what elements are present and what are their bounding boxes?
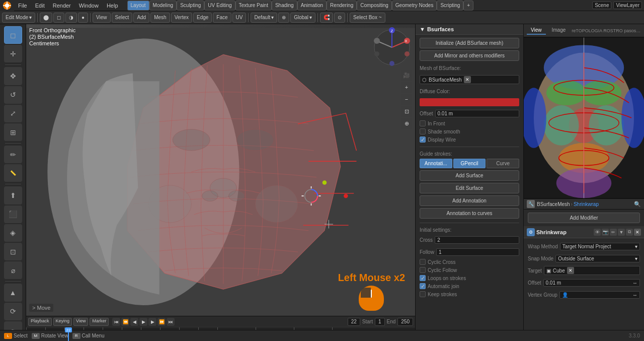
tool-cursor[interactable]: ✛ [4, 45, 22, 62]
target-clear-btn[interactable]: ✕ [567, 267, 574, 274]
add-surface-btn[interactable]: Add Surface [420, 170, 519, 181]
snap-btn[interactable]: 🧲 [320, 13, 333, 23]
add-mirror-btn[interactable]: Add Mirror and others modifiers [420, 50, 519, 61]
select-box-btn[interactable]: Select Box ~ [350, 13, 385, 23]
viewport-shading-wire[interactable]: ◻ [53, 13, 64, 23]
view-btn[interactable]: View [93, 13, 111, 23]
tool-inset[interactable]: ⬛ [4, 206, 22, 223]
keep-strokes-checkbox[interactable] [420, 291, 426, 297]
tool-transform[interactable]: ⊞ [4, 123, 22, 141]
prev-keyframe-btn[interactable]: ◀ [130, 318, 138, 326]
gpencil-btn[interactable]: GPencil [453, 159, 486, 168]
annotati-btn[interactable]: Annotati... [420, 159, 452, 168]
breadcrumb-modifier[interactable]: Shrinkwrap [574, 201, 599, 207]
tab-sculpting[interactable]: Sculpting [177, 1, 204, 11]
cyclic-cross-checkbox[interactable] [420, 259, 426, 265]
orientation-btn[interactable]: Default ▾ [251, 13, 277, 23]
tool-rotate[interactable]: ↺ [4, 86, 22, 104]
tab-layout[interactable]: Layout [127, 1, 149, 11]
modifier-offset-field[interactable]: 0.01 m ↔ [543, 279, 640, 287]
menu-render[interactable]: Render [49, 0, 75, 11]
edit-surface-btn[interactable]: Edit Surface [420, 183, 519, 193]
initialize-btn[interactable]: Initialize (Add BSurface mesh) [420, 38, 519, 48]
tab-geometry-nodes[interactable]: Geometry Nodes [392, 1, 437, 11]
view-toggle-btn[interactable]: ⊕ [401, 118, 412, 129]
cross-field[interactable]: 2 [435, 236, 519, 244]
in-front-checkbox[interactable] [420, 120, 426, 126]
zoom-camera-btn[interactable]: 🎥 [401, 70, 412, 81]
prev-frame-btn[interactable]: ⏪ [121, 318, 129, 326]
proportional-btn[interactable]: ⊙ [334, 13, 345, 23]
local-view-btn[interactable]: ⊡ [401, 106, 412, 117]
tool-extrude[interactable]: ⬆ [4, 186, 22, 204]
navigation-gizmo[interactable]: X Z [372, 27, 412, 67]
cyclic-follow-checkbox[interactable] [420, 267, 426, 273]
tool-annotate[interactable]: ✏ [4, 146, 22, 163]
tab-add[interactable]: + [463, 1, 473, 11]
mod-visibility-btn[interactable]: 👁 [594, 229, 601, 236]
view-btn-tl[interactable]: View [73, 318, 88, 326]
tab-rendering[interactable]: Rendering [327, 1, 357, 11]
breadcrumb-mesh[interactable]: BSurfaceMesh [537, 201, 570, 207]
tab-texture-paint[interactable]: Texture Paint [235, 1, 272, 11]
transform-pivot-btn[interactable]: ⊕ [278, 13, 289, 23]
menu-edit[interactable]: Edit [31, 0, 49, 11]
tab-shading[interactable]: Shading [272, 1, 297, 11]
add-annotation-btn[interactable]: Add Annotation [420, 195, 519, 206]
add-btn[interactable]: Add [133, 13, 149, 23]
menu-window[interactable]: Window [75, 0, 103, 11]
tool-move[interactable]: ✥ [4, 67, 22, 85]
playback-btn[interactable]: Playback [28, 318, 52, 326]
image-tab[interactable]: Image [548, 26, 570, 35]
tool-bevel[interactable]: ◈ [4, 224, 22, 242]
marker-btn[interactable]: Marker [90, 318, 109, 326]
jump-start-btn[interactable]: ⏮ [112, 318, 120, 326]
loops-on-strokes-checkbox[interactable]: ✓ [420, 275, 426, 281]
follow-field[interactable]: 1 [436, 248, 519, 256]
menu-help[interactable]: Help [103, 0, 122, 11]
tab-scripting[interactable]: Scripting [437, 1, 463, 11]
tool-poly-build[interactable]: ▲ [4, 284, 22, 301]
current-frame-display[interactable]: 22 [348, 318, 360, 326]
mod-delete-btn[interactable]: ✕ [634, 229, 641, 236]
select-btn[interactable]: Select [112, 13, 133, 23]
start-frame-field[interactable]: 1 [375, 318, 385, 326]
automatic-join-checkbox[interactable]: ✓ [420, 283, 426, 289]
mod-edit-btn[interactable]: ✏ [610, 229, 617, 236]
vertex-btn[interactable]: Vertex [171, 13, 192, 23]
mod-render-btn[interactable]: 📷 [602, 229, 609, 236]
tab-uv-editing[interactable]: UV Editing [204, 1, 235, 11]
curve-btn[interactable]: Curve [487, 159, 519, 168]
keying-btn[interactable]: Keying [53, 318, 72, 326]
tool-measure[interactable]: 📏 [4, 164, 22, 182]
tab-animation[interactable]: Animation [297, 1, 327, 11]
mesh-btn[interactable]: Mesh [150, 13, 170, 23]
tool-loop-cut[interactable]: ⊡ [4, 243, 22, 260]
tool-knife[interactable]: ⌀ [4, 261, 22, 279]
next-keyframe-btn[interactable]: ▶ [148, 318, 156, 326]
diffuse-color-swatch[interactable] [420, 98, 519, 106]
jump-end-btn[interactable]: ⏭ [167, 318, 175, 326]
zoom-in-btn[interactable]: + [401, 82, 412, 93]
zoom-out-btn[interactable]: − [401, 94, 412, 105]
timeline-playhead[interactable]: 22 [68, 327, 69, 341]
wrap-method-field[interactable]: Target Normal Project ▾ [560, 243, 640, 250]
face-btn[interactable]: Face [213, 13, 231, 23]
view-tab[interactable]: View [527, 26, 546, 35]
viewport-shading-solid[interactable]: ⬤ [40, 13, 52, 23]
viewport-shading-material[interactable]: ◑ [65, 13, 77, 23]
mode-select-btn[interactable]: Edit Mode ▾ [2, 13, 35, 23]
shade-smooth-checkbox[interactable] [420, 128, 426, 134]
target-field[interactable]: ▣ Cube ✕ [544, 266, 640, 275]
viewlayer-selector[interactable]: ViewLayer [613, 2, 642, 9]
properties-search-icon[interactable]: 🔍 [634, 201, 641, 208]
next-frame-btn[interactable]: ⏩ [157, 318, 166, 326]
mesh-clear-btn[interactable]: ✕ [464, 76, 471, 83]
edge-btn[interactable]: Edge [193, 13, 212, 23]
menu-file[interactable]: File [14, 0, 31, 11]
play-btn[interactable]: ▶ [139, 318, 147, 326]
tool-select[interactable]: ◻ [4, 26, 22, 44]
snap-mode-field[interactable]: Outside Surface ▾ [555, 255, 640, 262]
scene-selector[interactable]: Scene [592, 2, 611, 9]
tool-spin[interactable]: ⟳ [4, 303, 22, 320]
